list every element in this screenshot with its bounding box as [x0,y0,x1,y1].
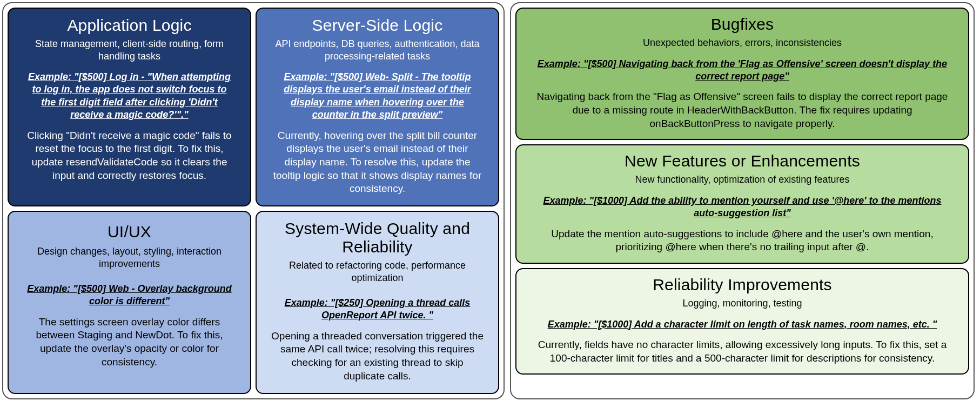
card-body: Navigating back from the "Flag as Offens… [531,90,954,130]
right-panel: Bugfixes Unexpected behaviors, errors, i… [510,2,975,399]
card-subtitle: Design changes, layout, styling, interac… [21,245,238,270]
card-ui-ux: UI/UX Design changes, layout, styling, i… [8,211,251,394]
card-body: The settings screen overlay color differ… [21,316,238,369]
card-example: Example: "[$500] Log in - "When attempti… [21,71,238,122]
card-example: Example: "[$1000] Add the ability to men… [531,195,954,220]
card-body: Update the mention auto-suggestions to i… [531,228,954,254]
card-body: Clicking "Didn't receive a magic code" f… [21,129,238,183]
card-body: Currently, fields have no character limi… [531,338,954,365]
card-quality-reliability: System-Wide Quality and Reliability Rela… [256,211,499,394]
card-title: Bugfixes [531,15,954,34]
card-subtitle: API endpoints, DB queries, authenticatio… [269,38,486,62]
card-new-features: New Features or Enhancements New functio… [515,144,969,264]
card-bugfixes: Bugfixes Unexpected behaviors, errors, i… [515,8,969,140]
diagram-root: Application Logic State management, clie… [2,2,978,399]
card-body: Currently, hovering over the split bill … [269,129,486,196]
card-example: Example: "[$500] Navigating back from th… [531,58,954,83]
card-server-side-logic: Server-Side Logic API endpoints, DB quer… [256,8,499,206]
card-subtitle: Logging, monitoring, testing [531,297,954,310]
card-subtitle: Unexpected behaviors, errors, inconsiste… [531,37,954,49]
card-body: Opening a threaded conversation triggere… [269,330,486,383]
card-title: Server-Side Logic [269,16,486,35]
card-subtitle: New functionality, optimization of exist… [531,173,954,186]
card-title: Reliability Improvements [531,276,954,294]
left-panel: Application Logic State management, clie… [2,2,505,399]
card-title: System-Wide Quality and Reliability [269,219,486,256]
card-subtitle: State management, client-side routing, f… [21,38,238,62]
card-title: Application Logic [21,16,238,35]
card-title: New Features or Enhancements [531,152,954,170]
card-application-logic: Application Logic State management, clie… [8,8,251,206]
card-example: Example: "[$1000] Add a character limit … [531,318,954,331]
card-subtitle: Related to refactoring code, performance… [269,259,486,284]
card-example: Example: "[$500] Web - Overlay backgroun… [21,283,238,308]
card-example: Example: "[$500] Web- Split - The toolti… [269,71,486,122]
card-title: UI/UX [21,223,238,241]
card-example: Example: "[$250] Opening a thread calls … [269,297,486,322]
card-reliability-improvements: Reliability Improvements Logging, monito… [515,268,969,375]
